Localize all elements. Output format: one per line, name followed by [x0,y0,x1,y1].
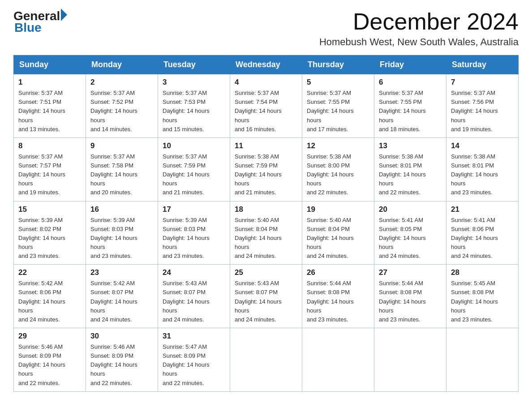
day-number: 11 [235,141,297,150]
day-number: 17 [163,205,225,214]
calendar-cell: 31 Sunrise: 5:47 AMSunset: 8:09 PMDaylig… [158,328,230,392]
day-number: 24 [163,268,225,277]
day-of-week-header: Friday [374,56,446,74]
day-of-week-header: Monday [86,56,158,74]
day-info: Sunrise: 5:37 AMSunset: 7:53 PMDaylight:… [163,89,225,134]
calendar-cell: 25 Sunrise: 5:43 AMSunset: 8:07 PMDaylig… [230,265,302,328]
calendar-cell: 16 Sunrise: 5:39 AMSunset: 8:03 PMDaylig… [86,201,158,265]
day-info: Sunrise: 5:37 AMSunset: 7:54 PMDaylight:… [235,89,297,134]
day-number: 27 [379,268,442,277]
calendar-cell: 13 Sunrise: 5:38 AMSunset: 8:01 PMDaylig… [374,137,446,201]
day-of-week-header: Wednesday [230,56,302,74]
day-number: 7 [451,78,514,87]
day-number: 20 [379,205,442,214]
day-number: 12 [307,141,369,150]
day-info: Sunrise: 5:38 AMSunset: 7:59 PMDaylight:… [235,152,297,197]
calendar-cell: 1 Sunrise: 5:37 AMSunset: 7:51 PMDayligh… [14,74,86,138]
day-number: 6 [379,78,442,87]
day-info: Sunrise: 5:39 AMSunset: 8:03 PMDaylight:… [90,216,153,261]
calendar-week-row: 8 Sunrise: 5:37 AMSunset: 7:57 PMDayligh… [14,137,519,201]
day-number: 2 [90,78,153,87]
day-info: Sunrise: 5:43 AMSunset: 8:07 PMDaylight:… [235,279,297,324]
calendar-cell: 22 Sunrise: 5:42 AMSunset: 8:06 PMDaylig… [14,265,86,328]
day-info: Sunrise: 5:46 AMSunset: 8:09 PMDaylight:… [90,342,153,388]
day-info: Sunrise: 5:44 AMSunset: 8:08 PMDaylight:… [307,279,369,324]
day-number: 5 [307,78,369,87]
day-info: Sunrise: 5:38 AMSunset: 8:01 PMDaylight:… [451,152,514,197]
day-number: 8 [18,141,81,150]
calendar-cell: 12 Sunrise: 5:38 AMSunset: 8:00 PMDaylig… [302,137,374,201]
day-info: Sunrise: 5:43 AMSunset: 8:07 PMDaylight:… [163,279,225,324]
day-of-week-header: Thursday [302,56,374,74]
calendar-cell: 14 Sunrise: 5:38 AMSunset: 8:01 PMDaylig… [446,137,519,201]
day-info: Sunrise: 5:40 AMSunset: 8:04 PMDaylight:… [307,216,369,261]
calendar-cell: 26 Sunrise: 5:44 AMSunset: 8:08 PMDaylig… [302,265,374,328]
day-info: Sunrise: 5:39 AMSunset: 8:03 PMDaylight:… [163,216,225,261]
calendar-week-row: 29 Sunrise: 5:46 AMSunset: 8:09 PMDaylig… [14,328,519,392]
calendar-cell: 19 Sunrise: 5:40 AMSunset: 8:04 PMDaylig… [302,201,374,265]
calendar-cell: 6 Sunrise: 5:37 AMSunset: 7:55 PMDayligh… [374,74,446,138]
title-block: December 2024 Homebush West, New South W… [319,9,519,48]
day-info: Sunrise: 5:41 AMSunset: 8:05 PMDaylight:… [379,216,442,261]
calendar-cell: 27 Sunrise: 5:44 AMSunset: 8:08 PMDaylig… [374,265,446,328]
day-number: 14 [451,141,514,150]
day-number: 18 [235,205,297,214]
day-number: 9 [90,141,153,150]
calendar-header-row: SundayMondayTuesdayWednesdayThursdayFrid… [14,56,519,74]
logo: General Blue [13,9,67,35]
calendar-cell: 18 Sunrise: 5:40 AMSunset: 8:04 PMDaylig… [230,201,302,265]
day-number: 21 [451,205,514,214]
page-header: General Blue December 2024 Homebush West… [13,9,519,48]
calendar-cell: 28 Sunrise: 5:45 AMSunset: 8:08 PMDaylig… [446,265,519,328]
day-number: 28 [451,268,514,277]
calendar-cell: 20 Sunrise: 5:41 AMSunset: 8:05 PMDaylig… [374,201,446,265]
day-info: Sunrise: 5:41 AMSunset: 8:06 PMDaylight:… [451,216,514,261]
day-number: 22 [18,268,81,277]
calendar-cell: 30 Sunrise: 5:46 AMSunset: 8:09 PMDaylig… [86,328,158,392]
day-number: 1 [18,78,81,87]
calendar-cell [374,328,446,392]
day-of-week-header: Tuesday [158,56,230,74]
day-info: Sunrise: 5:37 AMSunset: 7:57 PMDaylight:… [18,152,81,197]
calendar-cell: 3 Sunrise: 5:37 AMSunset: 7:53 PMDayligh… [158,74,230,138]
day-info: Sunrise: 5:37 AMSunset: 7:52 PMDaylight:… [90,89,153,134]
day-number: 19 [307,205,369,214]
calendar-cell: 24 Sunrise: 5:43 AMSunset: 8:07 PMDaylig… [158,265,230,328]
day-number: 23 [90,268,153,277]
day-of-week-header: Sunday [14,56,86,74]
calendar-cell [230,328,302,392]
day-number: 26 [307,268,369,277]
calendar-cell: 29 Sunrise: 5:46 AMSunset: 8:09 PMDaylig… [14,328,86,392]
calendar-cell: 7 Sunrise: 5:37 AMSunset: 7:56 PMDayligh… [446,74,519,138]
day-number: 31 [163,332,225,341]
calendar-cell: 2 Sunrise: 5:37 AMSunset: 7:52 PMDayligh… [86,74,158,138]
day-number: 29 [18,332,81,341]
calendar-cell: 21 Sunrise: 5:41 AMSunset: 8:06 PMDaylig… [446,201,519,265]
calendar-cell: 23 Sunrise: 5:42 AMSunset: 8:07 PMDaylig… [86,265,158,328]
calendar-cell: 9 Sunrise: 5:37 AMSunset: 7:58 PMDayligh… [86,137,158,201]
day-number: 10 [163,141,225,150]
calendar-cell: 5 Sunrise: 5:37 AMSunset: 7:55 PMDayligh… [302,74,374,138]
calendar-cell: 17 Sunrise: 5:39 AMSunset: 8:03 PMDaylig… [158,201,230,265]
month-year-title: December 2024 [319,9,519,34]
day-number: 3 [163,78,225,87]
calendar-cell: 10 Sunrise: 5:37 AMSunset: 7:59 PMDaylig… [158,137,230,201]
day-info: Sunrise: 5:46 AMSunset: 8:09 PMDaylight:… [18,342,81,388]
day-info: Sunrise: 5:42 AMSunset: 8:06 PMDaylight:… [18,279,81,324]
day-of-week-header: Saturday [446,56,519,74]
logo-arrow-icon [61,9,67,21]
day-info: Sunrise: 5:37 AMSunset: 7:51 PMDaylight:… [18,89,81,134]
day-number: 15 [18,205,81,214]
day-number: 30 [90,332,153,341]
calendar-table: SundayMondayTuesdayWednesdayThursdayFrid… [13,55,519,392]
day-info: Sunrise: 5:40 AMSunset: 8:04 PMDaylight:… [235,216,297,261]
calendar-cell [302,328,374,392]
day-info: Sunrise: 5:37 AMSunset: 7:58 PMDaylight:… [90,152,153,197]
calendar-cell: 15 Sunrise: 5:39 AMSunset: 8:02 PMDaylig… [14,201,86,265]
calendar-week-row: 22 Sunrise: 5:42 AMSunset: 8:06 PMDaylig… [14,265,519,328]
day-number: 4 [235,78,297,87]
day-info: Sunrise: 5:37 AMSunset: 7:55 PMDaylight:… [379,89,442,134]
day-number: 16 [90,205,153,214]
logo-blue-text: Blue [14,21,42,35]
calendar-cell [446,328,519,392]
